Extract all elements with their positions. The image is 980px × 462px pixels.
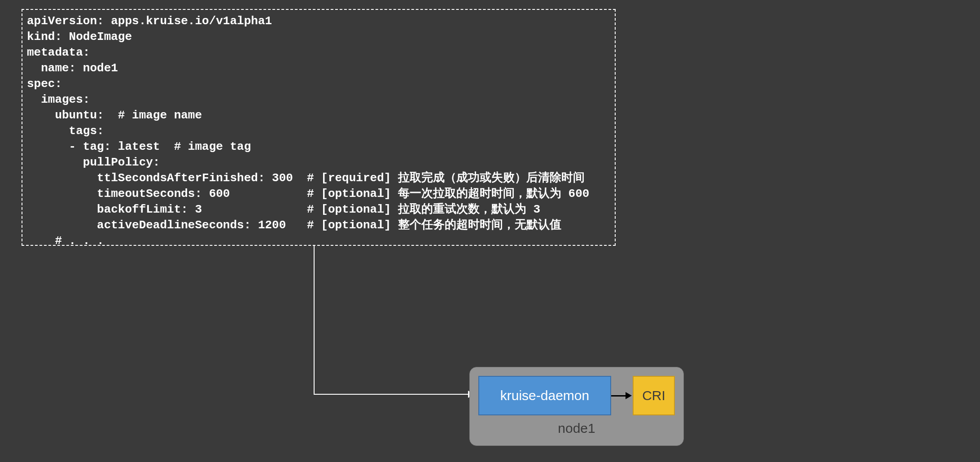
kruise-daemon-box: kruise-daemon [478, 376, 611, 415]
yaml-line: activeDeadlineSeconds: 1200 # [optional]… [27, 218, 561, 232]
yaml-line: pullPolicy: [27, 156, 160, 169]
arrow-to-daemon-vertical [314, 246, 315, 394]
yaml-line: # . . . [27, 234, 104, 248]
yaml-line: metadata: [27, 46, 90, 59]
yaml-line: tags: [27, 124, 104, 138]
yaml-line: spec: [27, 77, 62, 91]
yaml-line: ubuntu: # image name [27, 109, 202, 122]
yaml-line: - tag: latest # image tag [27, 140, 251, 153]
daemon-label: kruise-daemon [500, 388, 589, 403]
cri-label: CRI [642, 388, 665, 403]
yaml-line: images: [27, 93, 90, 106]
yaml-line: timeoutSeconds: 600 # [optional] 每一次拉取的超… [27, 187, 589, 200]
arrow-to-daemon-horizontal [314, 394, 468, 395]
cri-box: CRI [633, 376, 675, 415]
yaml-line: name: node1 [27, 61, 118, 75]
yaml-line: apiVersion: apps.kruise.io/v1alpha1 [27, 14, 272, 28]
yaml-line: ttlSecondsAfterFinished: 300 # [required… [27, 171, 585, 185]
arrow-daemon-to-cri-head-icon [626, 392, 632, 399]
yaml-spec-box: apiVersion: apps.kruise.io/v1alpha1 kind… [22, 9, 616, 246]
node-label: node1 [469, 421, 684, 436]
yaml-line: backoffLimit: 3 # [optional] 拉取的重试次数，默认为… [27, 203, 540, 216]
yaml-line: kind: NodeImage [27, 30, 132, 44]
arrow-daemon-to-cri-line [611, 395, 626, 397]
